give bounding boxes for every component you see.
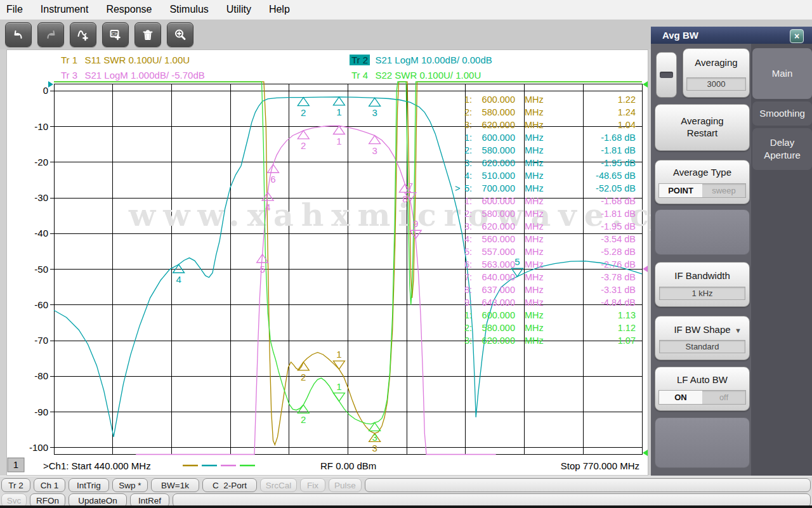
- marker-table-row: 2:580.000MHz1.24: [464, 107, 636, 117]
- undo-icon: [11, 28, 25, 42]
- marker-2-trace2: 2: [298, 98, 309, 118]
- menu-item-response[interactable]: Response: [97, 2, 160, 17]
- status-c-2-port[interactable]: C 2-Port: [202, 478, 257, 492]
- marker-unit: MHz: [525, 209, 544, 219]
- zoom-icon: [173, 28, 187, 42]
- averaging-restart-button[interactable]: Averaging Restart: [655, 104, 750, 151]
- tab-main[interactable]: Main: [752, 48, 812, 99]
- chevron-down-icon: ▼: [735, 327, 742, 334]
- marker-value: -1.95 dB: [601, 221, 636, 231]
- trace-id-badge: Tr 3: [59, 70, 79, 81]
- svg-text:3: 3: [372, 145, 377, 156]
- add-trace-button[interactable]: [70, 22, 96, 47]
- status-inttrig[interactable]: IntTrig: [69, 478, 109, 492]
- marker-frequency: 620.000: [482, 158, 515, 168]
- lf-auto-bw-off-option[interactable]: off: [702, 391, 745, 404]
- marker-table-row: 3:620.000MHz-1.95 dB: [464, 158, 636, 168]
- svg-text:3: 3: [372, 432, 377, 443]
- marker-frequency: 637.000: [482, 285, 515, 295]
- marker-unit: MHz: [525, 335, 544, 346]
- trace-def-text: S21 LogM 1.000dB/ -5.70dB: [84, 70, 204, 81]
- y-tick-label: -90: [34, 407, 48, 417]
- status-swp-[interactable]: Swp *: [112, 478, 148, 492]
- marker-number: 4:: [464, 234, 472, 244]
- marker-frequency: 600.000: [482, 196, 515, 206]
- average-type-label: Average Type: [673, 167, 731, 179]
- trace-def-tr4[interactable]: Tr 4 S22 SWR 0.100U/ 1.00U: [350, 70, 481, 81]
- undo-button[interactable]: [5, 22, 32, 47]
- menu-item-stimulus[interactable]: Stimulus: [160, 2, 217, 17]
- svg-text:8: 8: [402, 193, 407, 204]
- average-type-sweep-option[interactable]: sweep: [702, 184, 745, 197]
- marker-table-row: 2:580.000MHz-1.81 dB: [464, 145, 636, 155]
- average-type-toggle[interactable]: POINT sweep: [658, 183, 746, 198]
- menu-item-utility[interactable]: Utility: [218, 2, 260, 17]
- panel-title: Avg BW: [662, 30, 698, 41]
- menu-item-instrument[interactable]: Instrument: [32, 2, 98, 17]
- marker-number: 8:: [464, 285, 472, 295]
- marker-unit: MHz: [525, 133, 544, 143]
- average-type-point-option[interactable]: POINT: [659, 184, 702, 197]
- marker-table-row: 1:600.000MHz1.22: [464, 94, 636, 105]
- status-tr-2[interactable]: Tr 2: [1, 478, 30, 492]
- marker-value: -52.05 dB: [596, 183, 636, 193]
- svg-text:2: 2: [301, 414, 306, 425]
- averaging-toggle-button[interactable]: [656, 52, 677, 98]
- lf-auto-bw-on-option[interactable]: ON: [659, 391, 702, 404]
- marker-table-row: 1:600.000MHz-1.68 dB: [464, 133, 636, 143]
- marker-frequency: 560.000: [482, 234, 515, 244]
- trace-def-tr2[interactable]: Tr 2 S21 LogM 10.00dB/ 0.00dB: [350, 55, 492, 65]
- tab-smoothing[interactable]: Smoothing: [752, 101, 812, 126]
- marker-unit: MHz: [525, 94, 544, 105]
- if-bw-shape-button[interactable]: IF BW Shape ▼ Standard: [655, 316, 750, 360]
- marker-frequency: 600.000: [482, 133, 515, 143]
- marker-number: 3:: [464, 158, 472, 168]
- if-bw-shape-label: IF BW Shape: [674, 324, 730, 336]
- add-trace-icon: [76, 28, 90, 42]
- average-type-button[interactable]: Average Type POINT sweep: [655, 160, 750, 204]
- trace-def-tr3[interactable]: Tr 3 S21 LogM 1.000dB/ -5.70dB: [59, 70, 205, 81]
- marker-unit: MHz: [525, 259, 544, 270]
- add-channel-icon: Ch: [108, 28, 122, 42]
- svg-text:2: 2: [301, 107, 306, 118]
- tab-delay-aperture[interactable]: Delay Aperture: [752, 128, 812, 170]
- marker-number: 2:: [464, 107, 472, 117]
- marker-4-trace2: 4: [173, 264, 185, 285]
- marker-number: 5:: [464, 183, 472, 193]
- panel-title-bar[interactable]: Avg BW: [651, 27, 812, 44]
- status-empty-slot: [365, 478, 811, 492]
- status-ch-1[interactable]: Ch 1: [34, 478, 65, 492]
- menu-item-help[interactable]: Help: [260, 2, 299, 17]
- marker-value: 1.24: [618, 107, 636, 117]
- close-icon[interactable]: ×: [790, 29, 804, 43]
- svg-text:2: 2: [301, 140, 306, 151]
- lf-auto-bw-toggle[interactable]: ON off: [658, 390, 746, 405]
- marker-unit: MHz: [525, 285, 544, 295]
- marker-3-trace4: 3: [369, 422, 381, 443]
- y-tick-label: -30: [34, 192, 48, 203]
- if-bandwidth-button[interactable]: IF Bandwidth 1 kHz: [655, 262, 750, 307]
- if-bandwidth-value: 1 kHz: [659, 287, 745, 300]
- avg-bw-panel: Avg BW × MainSmoothingDelay Aperture Ave…: [651, 27, 812, 476]
- channel-number-badge: 1: [13, 459, 18, 470]
- svg-text:1: 1: [336, 107, 341, 117]
- marker-frequency: 620.000: [482, 335, 515, 346]
- marker-frequency: 510.000: [482, 171, 515, 181]
- marker-table-row: 4:510.000MHz-48.65 dB: [464, 171, 636, 181]
- lf-auto-bw-button[interactable]: LF Auto BW ON off: [655, 367, 750, 411]
- menu-item-file[interactable]: File: [6, 2, 32, 17]
- svg-text:1: 1: [336, 349, 341, 360]
- add-channel-button[interactable]: Ch: [102, 22, 129, 47]
- zoom-button[interactable]: [167, 22, 193, 47]
- marker-frequency: 620.000: [482, 120, 515, 130]
- delete-button[interactable]: [134, 22, 161, 47]
- trace-def-tr1[interactable]: Tr 1 S11 SWR 0.100U/ 1.00U: [59, 55, 190, 65]
- status-bw-1k[interactable]: BW=1k: [151, 478, 199, 492]
- status-pulse: Pulse: [329, 478, 362, 492]
- trace-id-badge: Tr 1: [59, 55, 79, 65]
- marker-2-trace3: 2: [298, 131, 309, 151]
- averaging-button[interactable]: Averaging 3000: [683, 48, 750, 98]
- marker-value: 1.04: [618, 120, 636, 130]
- averaging-led-icon: [660, 72, 673, 78]
- status-fix: Fix: [300, 478, 325, 492]
